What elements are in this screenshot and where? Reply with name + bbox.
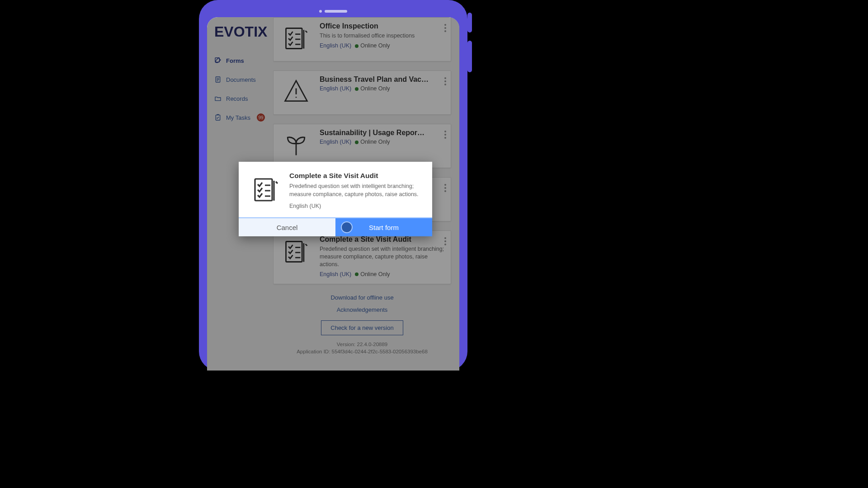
svg-rect-3 xyxy=(286,28,302,49)
warning-icon xyxy=(280,75,312,108)
start-form-label: Start form xyxy=(369,224,399,231)
sidebar-item-label: Forms xyxy=(226,57,244,64)
sidebar-item-forms[interactable]: Forms xyxy=(214,53,269,68)
form-desc: Predefined question set with intelligent… xyxy=(320,245,444,268)
form-meta: English (UK)Online Only xyxy=(320,42,444,49)
folder-icon xyxy=(214,95,222,102)
checklist-icon xyxy=(280,235,312,268)
clipboard-check-icon xyxy=(214,114,222,121)
form-meta: English (UK)Online Only xyxy=(320,271,444,277)
tasks-badge: 99 xyxy=(257,113,265,122)
sidebar-item-label: Records xyxy=(226,95,248,102)
start-form-modal: Complete a Site Visit Audit Predefined q… xyxy=(239,162,432,236)
form-title: Office Inspection xyxy=(320,22,444,30)
plant-icon xyxy=(280,129,312,161)
form-meta: English (UK)Online Only xyxy=(320,85,444,92)
sidebar-item-label: My Tasks xyxy=(226,114,250,121)
device-notch xyxy=(319,10,347,13)
sidebar-item-records[interactable]: Records xyxy=(214,91,269,106)
pencil-square-icon xyxy=(214,57,222,64)
download-offline-link[interactable]: Download for offline use xyxy=(273,294,451,301)
sidebar-item-mytasks[interactable]: My Tasks 99 xyxy=(214,110,269,125)
form-title: Business Travel Plan and Vac… xyxy=(320,75,444,84)
form-card[interactable]: Business Travel Plan and Vac… English (U… xyxy=(273,70,451,115)
form-title: Sustainability | Usage Repor… xyxy=(320,129,444,137)
sidebar-item-label: Documents xyxy=(226,76,256,83)
more-menu-icon[interactable] xyxy=(444,237,446,245)
screen: EVOTIX Forms Documents Records My Tasks … xyxy=(207,17,459,371)
device-button xyxy=(467,13,472,33)
more-menu-icon[interactable] xyxy=(444,184,446,192)
cancel-button[interactable]: Cancel xyxy=(239,218,335,236)
version-text: Version: 22.4.0-20889 xyxy=(273,342,451,347)
brand-logo: EVOTIX xyxy=(214,23,269,40)
start-form-button[interactable]: Start form xyxy=(335,218,432,236)
checklist-icon xyxy=(251,175,280,204)
form-card[interactable]: Office Inspection This is to formalised … xyxy=(273,17,451,61)
tablet-frame: EVOTIX Forms Documents Records My Tasks … xyxy=(199,0,467,371)
svg-rect-4 xyxy=(286,242,302,262)
more-menu-icon[interactable] xyxy=(444,131,446,139)
more-menu-icon[interactable] xyxy=(444,24,446,32)
svg-rect-5 xyxy=(255,179,272,201)
appid-text: Application ID: 554f3d4c-0244-2f2c-5583-… xyxy=(273,349,451,354)
check-version-button[interactable]: Check for a new version xyxy=(321,320,403,335)
sidebar-item-documents[interactable]: Documents xyxy=(214,72,269,87)
modal-lang: English (UK) xyxy=(289,203,422,209)
form-title: Complete a Site Visit Audit xyxy=(320,235,444,244)
form-desc: This is to formalised office inspections xyxy=(320,32,444,40)
device-button xyxy=(467,41,472,72)
modal-desc: Predefined question set with intelligent… xyxy=(289,183,422,198)
modal-title: Complete a Site Visit Audit xyxy=(289,172,422,180)
checklist-icon xyxy=(280,22,312,55)
document-icon xyxy=(214,76,222,83)
acknowledgements-link[interactable]: Acknowledgements xyxy=(273,306,451,313)
form-meta: English (UK)Online Only xyxy=(320,139,444,145)
touch-indicator-icon xyxy=(342,222,352,232)
more-menu-icon[interactable] xyxy=(444,77,446,85)
footer: Download for offline use Acknowledgement… xyxy=(273,284,451,354)
form-card[interactable]: Complete a Site Visit Audit Predefined q… xyxy=(273,230,451,284)
